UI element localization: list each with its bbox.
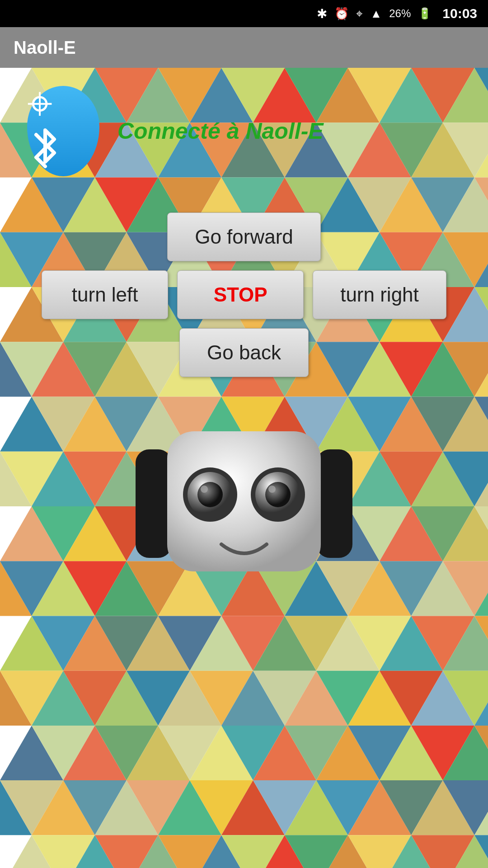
go-forward-button[interactable]: Go forward (167, 212, 321, 261)
middle-row: turn left STOP turn right (42, 270, 446, 319)
battery-icon: 🔋 (418, 7, 432, 20)
svg-point-6 (201, 486, 208, 493)
bluetooth-symbol: ⌖ (27, 80, 99, 182)
stop-button[interactable]: STOP (177, 270, 304, 319)
battery-percentage: 26% (389, 7, 411, 20)
bluetooth-icon: ⌖ (27, 86, 99, 176)
go-back-button[interactable]: Go back (179, 328, 309, 377)
svg-rect-0 (136, 449, 172, 558)
top-row: ⌖ Connecté à Naoll-E (0, 68, 488, 185)
robot-svg (136, 413, 352, 594)
svg-point-10 (268, 486, 276, 493)
svg-rect-1 (316, 449, 352, 558)
robot-container (136, 413, 352, 594)
turn-left-button[interactable]: turn left (42, 270, 168, 319)
signal-icon: ▲ (370, 7, 382, 21)
app-bar: Naoll-E (0, 27, 488, 68)
bluetooth-status-icon: ✱ (317, 6, 327, 21)
alarm-icon: ⏰ (334, 7, 349, 21)
robot-head (136, 413, 352, 594)
wifi-icon: ⌖ (356, 7, 363, 21)
turn-right-button[interactable]: turn right (313, 270, 446, 319)
svg-point-5 (197, 482, 223, 507)
controls-container: Go forward turn left STOP turn right Go … (42, 212, 446, 377)
status-bar: ✱ ⏰ ⌖ ▲ 26% 🔋 10:03 (0, 0, 488, 27)
status-time: 10:03 (442, 6, 477, 21)
main-content: ⌖ Connecté à Naoll-E Go forward turn lef… (0, 68, 488, 868)
app-title: Naoll-E (14, 38, 76, 58)
svg-point-9 (265, 482, 291, 507)
connection-status: Connecté à Naoll-E (117, 118, 324, 144)
